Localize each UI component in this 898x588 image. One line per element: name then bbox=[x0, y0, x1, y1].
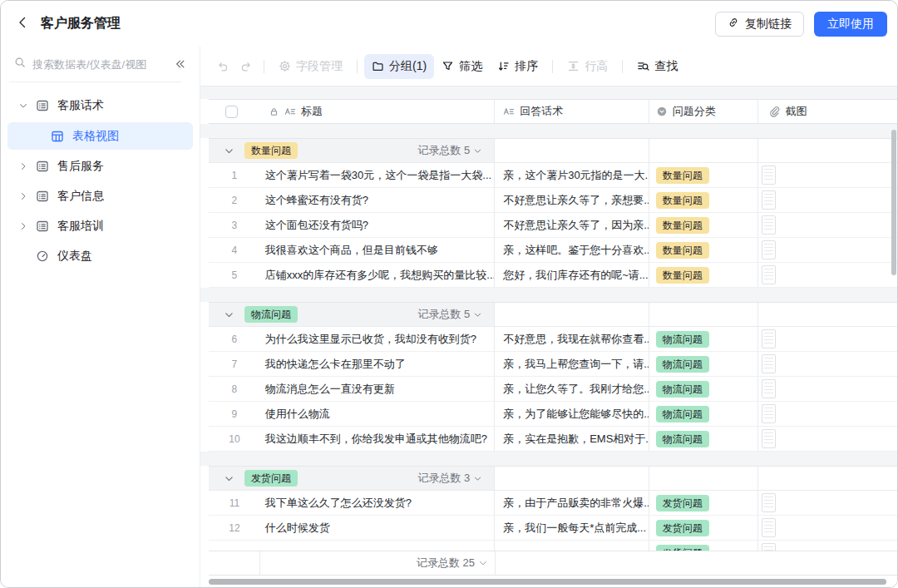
cell-title[interactable]: 这个面包还没有货吗? bbox=[260, 213, 495, 237]
cell-category[interactable]: 物流问题 bbox=[649, 402, 759, 426]
sidebar-item-2[interactable]: 客户信息 bbox=[7, 181, 193, 211]
cell-screenshot[interactable] bbox=[758, 491, 897, 515]
cell-screenshot[interactable] bbox=[758, 516, 897, 540]
screenshot-thumbnail[interactable] bbox=[762, 329, 776, 348]
table-row[interactable]: 11我下单这么久了怎么还没发货?亲，由于产品贩卖的非常火爆...发货问题 bbox=[209, 491, 897, 516]
use-now-button[interactable]: 立即使用 bbox=[814, 12, 887, 37]
cell-title[interactable]: 我的快递怎么卡在那里不动了 bbox=[260, 352, 495, 376]
back-button[interactable] bbox=[11, 12, 34, 36]
screenshot-thumbnail[interactable] bbox=[762, 404, 776, 423]
cell-screenshot[interactable] bbox=[758, 263, 897, 287]
sidebar-item-0[interactable]: 客服话术 bbox=[7, 91, 193, 121]
sidebar-item-3[interactable]: 客服培训 bbox=[7, 211, 193, 241]
screenshot-thumbnail[interactable] bbox=[762, 379, 776, 398]
cell-answer[interactable]: 您好，我们库存还有的呢~请... bbox=[495, 263, 649, 287]
cell-category[interactable]: 数量问题 bbox=[649, 163, 759, 187]
chevron-right-icon[interactable] bbox=[17, 161, 29, 171]
cell-category[interactable]: 物流问题 bbox=[649, 427, 759, 451]
chevron-right-icon[interactable] bbox=[17, 221, 29, 231]
cell-answer[interactable]: 不好意思让亲久等了，亲想要... bbox=[495, 188, 649, 212]
chevron-down-icon[interactable] bbox=[17, 101, 29, 111]
cell-title[interactable]: 我很喜欢这个商品，但是目前钱不够 bbox=[260, 238, 495, 262]
screenshot-thumbnail[interactable] bbox=[762, 215, 776, 235]
table-row[interactable]: 10我这边顺丰不到，你给我发申通或其他物流吧?亲，实在是抱歉，EMS相对于...… bbox=[209, 427, 897, 452]
cell-title[interactable]: 为什么我这里显示已收货，我却没有收到货? bbox=[260, 327, 495, 351]
cell-screenshot[interactable] bbox=[758, 213, 897, 237]
screenshot-thumbnail[interactable] bbox=[762, 493, 776, 512]
cell-title[interactable]: 这个蜂蜜还有没有货? bbox=[260, 188, 495, 212]
toolbar-sort-button[interactable]: 排序 bbox=[490, 54, 545, 79]
cell-answer[interactable]: 亲，让您久等了。我刚才给您... bbox=[495, 377, 649, 401]
record-count-dropdown[interactable]: 记录总数 25 bbox=[260, 551, 496, 575]
collapse-sidebar-icon[interactable] bbox=[175, 58, 186, 70]
copy-link-button[interactable]: 复制链接 bbox=[715, 12, 804, 37]
chevron-down-icon[interactable] bbox=[224, 146, 234, 156]
table-row[interactable]: 6为什么我这里显示已收货，我却没有收到货?不好意思，我现在就帮你查看...物流问… bbox=[209, 327, 897, 352]
cell-screenshot[interactable] bbox=[758, 377, 897, 401]
table-row[interactable]: 7我的快递怎么卡在那里不动了亲，我马上帮您查询一下，请...物流问题 bbox=[209, 352, 897, 377]
search-input[interactable] bbox=[32, 58, 168, 71]
cell-title[interactable]: 我下单这么久了怎么还没发货? bbox=[260, 491, 495, 515]
table-row[interactable]: 1这个薯片写着一袋30元，这个一袋是指一大袋...亲，这个薯片30元指的是一大.… bbox=[209, 163, 897, 188]
screenshot-thumbnail[interactable] bbox=[762, 190, 776, 210]
cell-category[interactable]: 数量问题 bbox=[649, 188, 759, 212]
cell-screenshot[interactable] bbox=[758, 188, 897, 212]
group-record-count[interactable]: 记录总数 5 bbox=[417, 307, 482, 322]
screenshot-thumbnail[interactable] bbox=[762, 240, 776, 259]
header-cell-category[interactable]: 问题分类 bbox=[649, 100, 759, 123]
cell-answer[interactable]: 亲，我马上帮您查询一下，请... bbox=[495, 352, 649, 376]
cell-title[interactable]: 这个薯片写着一袋30元，这个一袋是指一大袋... bbox=[260, 163, 495, 187]
chevron-down-icon[interactable] bbox=[224, 309, 234, 320]
header-cell-title[interactable]: 标题 bbox=[260, 100, 495, 123]
header-cell-answer[interactable]: 回答话术 bbox=[495, 100, 649, 123]
sidebar-item-4[interactable]: 仪表盘 bbox=[7, 241, 193, 271]
cell-category[interactable]: 发货问题 bbox=[649, 491, 759, 515]
screenshot-thumbnail[interactable] bbox=[762, 166, 776, 185]
cell-title[interactable]: 物流消息怎么一直没有更新 bbox=[260, 377, 495, 401]
group-record-count[interactable]: 记录总数 5 bbox=[417, 143, 482, 158]
cell-answer[interactable]: 不好意思让亲久等了，因为亲... bbox=[495, 213, 649, 237]
cell-screenshot[interactable] bbox=[758, 352, 897, 376]
table-row[interactable]: 8物流消息怎么一直没有更新亲，让您久等了。我刚才给您...物流问题 bbox=[209, 377, 897, 402]
cell-answer[interactable]: 亲，这个薯片30元指的是一大... bbox=[495, 163, 649, 187]
cell-answer[interactable]: 不好意思，我现在就帮你查看... bbox=[495, 327, 649, 351]
toolbar-filter-button[interactable]: 筛选 bbox=[434, 54, 490, 79]
cell-screenshot[interactable] bbox=[758, 327, 897, 351]
vertical-scrollbar[interactable] bbox=[891, 130, 896, 275]
group-record-count[interactable]: 记录总数 3 bbox=[417, 471, 482, 486]
table-row[interactable]: 9使用什么物流亲，为了能够让您能够尽快的...物流问题 bbox=[209, 402, 897, 427]
cell-category[interactable]: 发货问题 bbox=[649, 516, 759, 540]
cell-category[interactable]: 数量问题 bbox=[649, 238, 759, 262]
cell-category[interactable]: 数量问题 bbox=[649, 263, 759, 287]
cell-answer[interactable]: 亲，实在是抱歉，EMS相对于... bbox=[495, 427, 649, 451]
chevron-right-icon[interactable] bbox=[17, 191, 29, 201]
cell-category[interactable]: 数量问题 bbox=[649, 213, 759, 237]
toolbar-find-button[interactable]: 查找 bbox=[629, 54, 685, 79]
toolbar-group-button[interactable]: 分组(1) bbox=[364, 54, 434, 79]
cell-answer[interactable]: 亲，由于产品贩卖的非常火爆... bbox=[495, 491, 649, 515]
cell-category[interactable]: 物流问题 bbox=[649, 327, 759, 351]
cell-category[interactable]: 物流问题 bbox=[649, 377, 759, 401]
cell-title[interactable]: 什么时候发货 bbox=[260, 516, 495, 540]
screenshot-thumbnail[interactable] bbox=[762, 265, 776, 284]
cell-screenshot[interactable] bbox=[758, 163, 897, 187]
cell-title[interactable]: 店铺xxx的库存还有多少呢，我想购买的量比较... bbox=[260, 263, 495, 287]
chevron-down-icon[interactable] bbox=[224, 473, 234, 484]
table-row[interactable]: 3这个面包还没有货吗?不好意思让亲久等了，因为亲...数量问题 bbox=[209, 213, 897, 238]
cell-title[interactable]: 我这边顺丰不到，你给我发申通或其他物流吧? bbox=[260, 427, 495, 451]
cell-screenshot[interactable] bbox=[758, 238, 897, 262]
cell-answer[interactable]: 亲，我们一般每天*点前完成... bbox=[495, 516, 649, 540]
table-row[interactable]: 4我很喜欢这个商品，但是目前钱不够亲，这样吧。鉴于您十分喜欢...数量问题 bbox=[209, 238, 897, 263]
sidebar-view-item[interactable]: 表格视图 bbox=[7, 122, 193, 150]
cell-category[interactable]: 物流问题 bbox=[649, 352, 759, 376]
select-all-checkbox[interactable] bbox=[225, 106, 238, 118]
screenshot-thumbnail[interactable] bbox=[762, 354, 776, 373]
screenshot-thumbnail[interactable] bbox=[762, 518, 776, 537]
sidebar-item-1[interactable]: 售后服务 bbox=[7, 151, 193, 181]
cell-title[interactable]: 使用什么物流 bbox=[260, 402, 495, 426]
horizontal-scrollbar[interactable] bbox=[209, 579, 886, 585]
table-row[interactable]: 12什么时候发货亲，我们一般每天*点前完成...发货问题 bbox=[209, 516, 897, 541]
cell-screenshot[interactable] bbox=[758, 402, 897, 426]
cell-answer[interactable]: 亲，为了能够让您能够尽快的... bbox=[495, 402, 649, 426]
cell-answer[interactable]: 亲，这样吧。鉴于您十分喜欢... bbox=[495, 238, 649, 262]
